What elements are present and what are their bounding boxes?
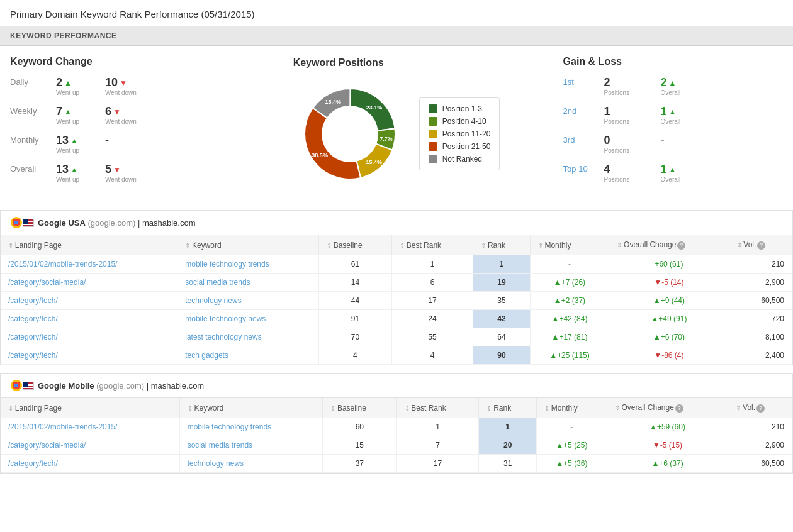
gl-overall-block: - [661,134,665,147]
donut-label: 15.4% [325,99,341,105]
cell-landing-page[interactable]: /category/social-media/ [1,436,179,455]
cell-monthly: ▲+5 (25) [537,436,607,455]
change-down-num: 6▼ [105,105,121,118]
cell-monthly: ▲+5 (36) [537,455,607,473]
cell-best-rank: 1 [396,418,479,436]
cell-landing-page[interactable]: /category/tech/ [1,310,177,328]
gl-positions-block: 4 Positions [604,163,655,183]
flag-icon [23,382,34,390]
cell-keyword[interactable]: technology news [179,455,322,473]
cell-landing-page[interactable]: /2015/01/02/mobile-trends-2015/ [1,255,177,274]
cell-keyword[interactable]: mobile technology trends [177,255,319,274]
change-up-num: 13▲ [56,163,78,176]
cell-baseline: 14 [318,274,391,292]
change-down-num: 10▼ [105,76,127,89]
sort-icon: ⇕ [405,405,412,412]
overall-num: - [661,134,665,147]
cell-rank: 35 [473,292,530,310]
monthly-value: ▲+42 (84) [552,314,588,323]
up-arrow-icon: ▲ [64,79,72,87]
cell-landing-page[interactable]: /category/social-media/ [1,274,177,292]
engine-name: Google Mobile (google.com) | mashable.co… [38,381,204,391]
cell-keyword[interactable]: mobile technology trends [179,418,322,436]
cell-baseline: 70 [318,328,391,346]
donut-legend: Position 1-3 Position 4-10 Position 11-2… [419,97,500,170]
col-header-rank[interactable]: ⇕ Rank [479,398,537,418]
page-title: Primary Domain Keyword Rank Performance … [0,0,793,26]
down-arrow-icon: ▼ [113,165,121,174]
overall-change-value: +60 (61) [655,260,683,269]
keyword-positions-title: Keyword Positions [293,57,500,69]
cell-rank: 1 [479,418,537,436]
help-icon[interactable]: ? [675,404,683,413]
col-header-baseline[interactable]: ⇕ Baseline [318,235,391,255]
help-icon[interactable]: ? [677,241,685,250]
cell-rank: 20 [479,436,537,455]
cell-landing-page[interactable]: /category/tech/ [1,346,177,365]
gl-label: 2nd [563,105,598,116]
cell-keyword[interactable]: social media trends [179,436,322,455]
cell-keyword[interactable]: social media trends [177,274,319,292]
col-header-overall-change[interactable]: ⇕ Overall Change? [609,235,729,255]
monthly-value: ▲+7 (26) [554,278,585,287]
cell-keyword[interactable]: technology news [177,292,319,310]
cell-overall-change: ▲+59 (60) [607,418,728,436]
change-up-num: 2▲ [56,76,72,89]
up-arrow-icon: ▲ [70,165,78,174]
col-header-vol.[interactable]: ⇕ Vol.? [728,398,792,418]
table-row: /category/tech/tech gadgets4490▲+25 (115… [1,346,792,365]
cell-monthly: ▲+42 (84) [530,310,609,328]
cell-keyword[interactable]: mobile technology news [177,310,319,328]
cell-best-rank: 7 [396,436,479,455]
col-header-rank[interactable]: ⇕ Rank [473,235,530,255]
legend-label: Position 1-3 [442,104,482,113]
cell-baseline: 44 [318,292,391,310]
up-arrow-icon: ▲ [64,108,72,116]
gain-loss-panel: Gain & Loss 1st 2 Positions 2▲ Overall 2… [563,56,783,192]
col-header-landing-page[interactable]: ⇕ Landing Page [1,235,177,255]
change-label: Monthly [10,134,51,145]
table-section-google-usa: Google USA (google.com) | mashable.com ⇕… [0,210,793,365]
cell-landing-page[interactable]: /category/tech/ [1,455,179,473]
gl-overall-label: Overall [661,176,681,183]
change-up-label: Went up [56,118,79,125]
help-icon[interactable]: ? [756,404,765,413]
col-header-keyword[interactable]: ⇕ Keyword [179,398,322,418]
col-header-keyword[interactable]: ⇕ Keyword [177,235,319,255]
gl-positions-num: 1 [604,105,655,118]
overall-change-value: ▲+6 (70) [653,333,685,341]
cell-landing-page[interactable]: /2015/01/02/mobile-trends-2015/ [1,418,179,436]
gl-label: Top 10 [563,163,598,174]
cell-landing-page[interactable]: /category/tech/ [1,292,177,310]
help-icon[interactable]: ? [757,241,765,250]
overall-change-value: ▼-5 (14) [654,278,683,287]
col-header-landing-page[interactable]: ⇕ Landing Page [1,398,179,418]
change-label: Daily [10,76,51,87]
cell-overall-change: +60 (61) [609,255,729,274]
cell-baseline: 15 [323,436,396,455]
col-header-vol.[interactable]: ⇕ Vol.? [729,235,792,255]
legend-color-box [429,117,437,126]
table-row: /category/tech/latest technology news705… [1,328,792,346]
col-header-monthly[interactable]: ⇕ Monthly [530,235,609,255]
up-arrow-icon: ▲ [669,108,677,116]
col-header-best-rank[interactable]: ⇕ Best Rank [391,235,473,255]
col-header-baseline[interactable]: ⇕ Baseline [323,398,396,418]
col-header-best-rank[interactable]: ⇕ Best Rank [396,398,479,418]
sort-icon: ⇕ [737,241,744,248]
data-table-google-mobile: ⇕ Landing Page⇕ Keyword⇕ Baseline⇕ Best … [1,398,792,473]
col-header-overall-change[interactable]: ⇕ Overall Change? [607,398,728,418]
cell-monthly: ▲+2 (37) [530,292,609,310]
cell-keyword[interactable]: latest technology news [177,328,319,346]
cell-baseline: 60 [323,418,396,436]
col-header-monthly[interactable]: ⇕ Monthly [537,398,607,418]
cell-landing-page[interactable]: /category/tech/ [1,328,177,346]
change-down-label: Went down [105,118,137,125]
cell-baseline: 61 [318,255,391,274]
gl-positions-block: 2 Positions [604,76,655,96]
data-table-google-usa: ⇕ Landing Page⇕ Keyword⇕ Baseline⇕ Best … [1,235,792,365]
cell-keyword[interactable]: tech gadgets [177,346,319,365]
change-up-label: Went up [56,89,79,96]
gl-positions-num: 4 [604,163,655,176]
table-row: /2015/01/02/mobile-trends-2015/mobile te… [1,255,792,274]
